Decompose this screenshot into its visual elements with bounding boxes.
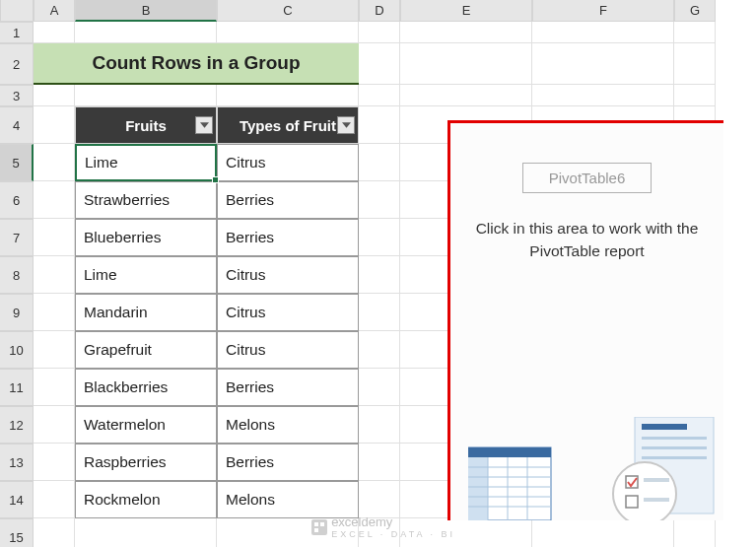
cell-C5[interactable]: Citrus [217,144,359,181]
cell-B10[interactable]: Grapefruit [75,331,217,369]
table-header-types[interactable]: Types of Fruit [217,106,359,144]
cell-A8[interactable] [34,256,75,294]
cell-B6[interactable]: Strawberries [75,181,217,219]
chevron-down-icon [200,122,209,128]
col-head-F[interactable]: F [532,0,674,22]
cell-E3[interactable] [400,85,532,106]
cell-B13[interactable]: Raspberries [75,444,217,481]
row-head-2[interactable]: 2 [0,43,34,85]
cell-A1[interactable] [34,22,75,43]
cell-C8[interactable]: Citrus [217,256,359,294]
cell-B9[interactable]: Mandarin [75,294,217,331]
cell-A3[interactable] [34,85,75,106]
cell-B12[interactable]: Watermelon [75,406,217,444]
cell-C13[interactable]: Berries [217,444,359,481]
col-head-G[interactable]: G [674,0,716,22]
cell-A15[interactable] [34,518,75,547]
select-all-corner[interactable] [0,0,34,22]
cell-D11[interactable] [359,369,400,406]
col-head-D[interactable]: D [359,0,400,22]
row-head-3[interactable]: 3 [0,85,34,106]
row-head-15[interactable]: 15 [0,518,34,547]
cell-B3[interactable] [75,85,217,106]
pivot-table-placeholder[interactable]: PivotTable6 Click in this area to work w… [447,120,723,520]
logo-icon [311,519,327,535]
cell-F15[interactable] [532,518,674,547]
row-head-14[interactable]: 14 [0,481,34,518]
row-head-11[interactable]: 11 [0,369,34,406]
cell-C6[interactable]: Berries [217,181,359,219]
cell-C7[interactable]: Berries [217,219,359,256]
cell-B7[interactable]: Blueberries [75,219,217,256]
row-head-10[interactable]: 10 [0,331,34,369]
cell-G1[interactable] [674,22,716,43]
row-head-9[interactable]: 9 [0,294,34,331]
cell-A10[interactable] [34,331,75,369]
cell-G2[interactable] [532,43,674,85]
cell-A14[interactable] [34,481,75,518]
cell-A5[interactable] [34,144,75,181]
cell-C1[interactable] [217,22,359,43]
cell-B5-active[interactable]: Lime [75,144,217,181]
cell-F1[interactable] [532,22,674,43]
cell-F2[interactable] [400,43,532,85]
row-head-4[interactable]: 4 [0,106,34,144]
cell-C10[interactable]: Citrus [217,331,359,369]
filter-dropdown-types[interactable] [337,116,355,134]
cell-D3[interactable] [359,85,400,106]
cell-A11[interactable] [34,369,75,406]
cell-A9[interactable] [34,294,75,331]
cell-A7[interactable] [34,219,75,256]
cell-B1[interactable] [75,22,217,43]
cell-A4[interactable] [34,106,75,144]
cell-B11[interactable]: Blackberries [75,369,217,406]
cell-D7[interactable] [359,219,400,256]
table-header-fruits[interactable]: Fruits [75,106,217,144]
cell-D13[interactable] [359,444,400,481]
cell-C11[interactable]: Berries [217,369,359,406]
cell-C3[interactable] [217,85,359,106]
cell-D14[interactable] [359,481,400,518]
cell-D10[interactable] [359,331,400,369]
col-head-C[interactable]: C [217,0,359,22]
cell-C12[interactable]: Melons [217,406,359,444]
cell-B15[interactable] [75,518,217,547]
cell-B8[interactable]: Lime [75,256,217,294]
cell-C9[interactable]: Citrus [217,294,359,331]
chevron-down-icon [342,122,351,128]
cell-F3[interactable] [532,85,674,106]
col-head-B[interactable]: B [75,0,217,22]
cell-G15[interactable] [674,518,716,547]
svg-rect-18 [644,478,669,482]
cell-B14[interactable]: Rockmelon [75,481,217,518]
col-head-A[interactable]: A [34,0,75,22]
row-head-5[interactable]: 5 [0,144,34,181]
cell-D4[interactable] [359,106,400,144]
cell-A13[interactable] [34,444,75,481]
row-head-12[interactable]: 12 [0,406,34,444]
cell-C14[interactable]: Melons [217,481,359,518]
cell-D5[interactable] [359,144,400,181]
row-head-6[interactable]: 6 [0,181,34,219]
cell-H2[interactable] [674,43,716,85]
cell-A6[interactable] [34,181,75,219]
cell-E2[interactable] [359,43,400,85]
row-head-7[interactable]: 7 [0,219,34,256]
pivot-table-icon [468,436,563,520]
cell-D6[interactable] [359,181,400,219]
pivot-table-name: PivotTable6 [522,163,653,193]
cell-E1[interactable] [400,22,532,43]
cell-D9[interactable] [359,294,400,331]
row-head-13[interactable]: 13 [0,444,34,481]
fill-handle[interactable] [212,176,219,183]
cell-D12[interactable] [359,406,400,444]
cell-G3[interactable] [674,85,716,106]
row-head-1[interactable]: 1 [0,22,34,43]
cell-A12[interactable] [34,406,75,444]
watermark-brand: exceldemy [331,514,455,529]
row-head-8[interactable]: 8 [0,256,34,294]
cell-D1[interactable] [359,22,400,43]
cell-D8[interactable] [359,256,400,294]
filter-dropdown-fruits[interactable] [195,116,213,134]
col-head-E[interactable]: E [400,0,532,22]
